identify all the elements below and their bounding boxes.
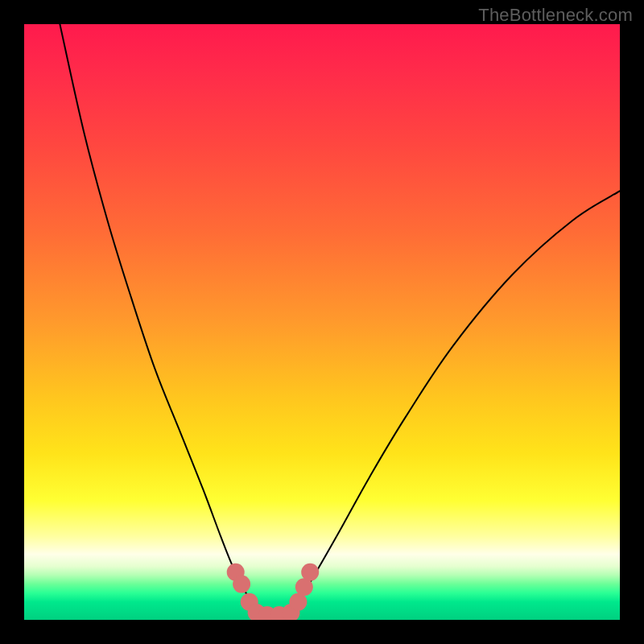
plot-area xyxy=(24,24,620,620)
chart-frame: TheBottleneck.com xyxy=(0,0,644,644)
curve-layer xyxy=(24,24,620,620)
right-curve xyxy=(287,191,620,613)
left-curve xyxy=(60,24,259,614)
valley-marker xyxy=(301,564,319,581)
valley-marker xyxy=(233,576,250,593)
watermark-text: TheBottleneck.com xyxy=(478,5,633,26)
